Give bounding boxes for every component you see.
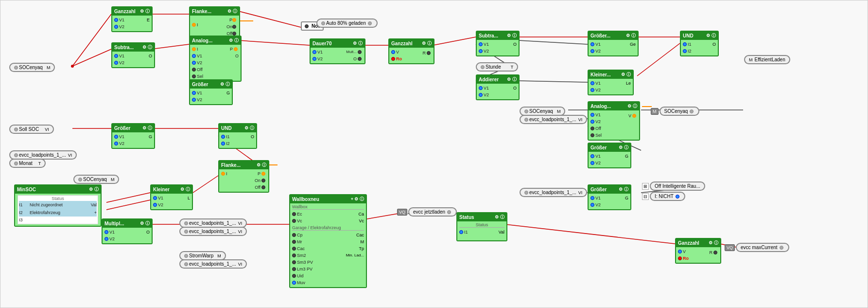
wallboxneu-node: Wallboxneu + ⚙ ⓘ Wallbox EcCa VcVc Garag… bbox=[289, 194, 367, 288]
vq-label: VQ bbox=[397, 209, 407, 216]
output-icon1: ⊞ bbox=[642, 183, 649, 190]
status-node: Status ⚙ ⓘ Status I1Val bbox=[456, 212, 507, 241]
evcc-jetzt-terminal: evcc jetztladen bbox=[408, 207, 457, 217]
ganzzahl2-node: Ganzzahl ⚙ ⓘ V Ro R bbox=[675, 238, 721, 264]
flanke2-node: Flanke... ⚙ ⓘ I P On Off bbox=[218, 160, 269, 193]
monat-terminal: Monat T bbox=[9, 159, 46, 168]
groesser-right-node: Größer ⚙ ⓘ V1G V2 bbox=[588, 143, 631, 168]
gleich-header: Ganzzahl ⚙ ⓘ bbox=[112, 7, 152, 16]
dauer70-node: Dauer70 ⚙ ⓘ V1 V2 Mult... O bbox=[310, 38, 365, 64]
flanke1-header: Flanke... ⚙ ⓘ bbox=[190, 7, 239, 16]
output-boxes: ⊞ Off Intelligente Rau... ⊟ I: NICHT bbox=[642, 181, 705, 201]
flanke1-icons[interactable]: ⚙ ⓘ bbox=[227, 8, 237, 15]
kleiner-mid-node: Kleiner ⚙ ⓘ V1L V2 bbox=[150, 184, 193, 210]
intelligente-terminal: Off Intelligente Rau... bbox=[650, 181, 705, 191]
analog2-node: Analog... ⚙ ⓘ V1 V2 Off Sel V bbox=[588, 101, 640, 141]
i-nicht-terminal: I: NICHT bbox=[650, 192, 685, 201]
analog1-node: Analog... ⚙ ⓘ I V1 V2 Off Sel P O bbox=[189, 36, 242, 82]
ganzzahl1-node: Ganzzahl ⚙ ⓘ V Ro R bbox=[388, 38, 434, 64]
output-icon2: ⊟ bbox=[642, 193, 649, 200]
groesser1-node: Größer ⚙ ⓘ V1G V2 bbox=[189, 79, 233, 105]
groesser-right2-node: Größer ⚙ ⓘ V1G V2 bbox=[588, 184, 631, 210]
vq-max-container: VQ evcc maxCurrent bbox=[725, 243, 789, 252]
minSOC-node: MinSOC ⚙ ⓘ Status I1Nicht zugeordnetVal … bbox=[14, 184, 102, 227]
subtra2-node: Subtra... ⚙ ⓘ V1O V2 bbox=[476, 31, 520, 56]
multipl-node: Multipl... ⚙ ⓘ V1O V2 bbox=[102, 218, 153, 244]
m-label-out: M bbox=[651, 108, 659, 115]
gleich-node: Ganzzahl ⚙ ⓘ V1E V2 bbox=[111, 6, 153, 32]
stunde-terminal: Stunde T bbox=[476, 62, 518, 72]
socenyaq-top-terminal: SOCenyaq M bbox=[9, 63, 55, 72]
effizient-terminal: M EffizientLaden bbox=[744, 55, 790, 64]
kleiner-top-node: Kleiner... ⚙ ⓘ V1Le V2 bbox=[588, 70, 634, 95]
auto80-terminal: Auto 80% geladen bbox=[316, 18, 378, 28]
evcc-right2-terminal: evcc_loadpoints_1_... VI bbox=[520, 188, 587, 197]
evcc-right-terminal: evcc_loadpoints_1_... VI bbox=[520, 115, 587, 124]
evcc4-terminal: evcc_loadpoints_1_... VI bbox=[179, 259, 247, 269]
evcc-max-terminal: evcc maxCurrent bbox=[736, 243, 789, 252]
flanke1-node: Flanke... ⚙ ⓘ I P On Off bbox=[189, 6, 240, 39]
und-top-node: UND ⚙ ⓘ I1O I2 bbox=[680, 31, 719, 56]
gleich-icons[interactable]: ⚙ ⓘ bbox=[140, 8, 150, 15]
soll-soc-terminal: Soll SOC VI bbox=[9, 125, 54, 134]
groesser2-top-node: Größer... ⚙ ⓘ V1Ge V2 bbox=[588, 31, 639, 56]
socenyaq-mid-terminal: SOCenyaq M bbox=[73, 175, 119, 184]
socenyaq-out-container: M SOCenyaq bbox=[651, 107, 699, 116]
groesser-mid-node: Größer ⚙ ⓘ V1G V2 bbox=[111, 123, 155, 149]
addierer-node: Addierer ⚙ ⓘ V1O V2 bbox=[476, 74, 520, 100]
und-mid-node: UND ⚙ ⓘ I1O I2 bbox=[218, 123, 257, 149]
svg-point-0 bbox=[71, 65, 74, 68]
subtra1-node: Subtra... ⚙ ⓘ V1O V2 bbox=[111, 42, 155, 68]
vq-max-label: VQ bbox=[725, 244, 735, 251]
evcc3-terminal: evcc_loadpoints_1_... VI bbox=[179, 227, 247, 236]
vq-evcc-container: VQ evcc jetztladen bbox=[397, 207, 457, 217]
socenyaq-out-terminal: SOCenyaq bbox=[660, 107, 700, 116]
